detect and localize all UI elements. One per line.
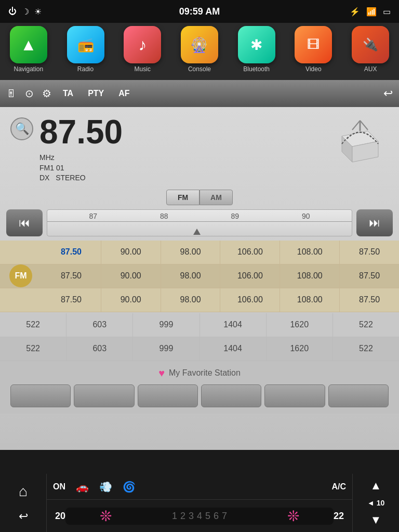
am-preset-2-4[interactable]: 1404 — [200, 337, 267, 361]
am-preset-2-2[interactable]: 603 — [66, 337, 133, 361]
fav-slot-4[interactable] — [201, 384, 261, 407]
fm-preset-1-2[interactable]: 90.00 — [101, 241, 161, 264]
fm-preset-3-2[interactable]: 90.00 — [101, 288, 161, 312]
fav-slot-5[interactable] — [264, 384, 325, 407]
fm-preset-row-2: FM 87.50 90.00 98.00 106.00 108.00 87.50 — [0, 264, 399, 288]
favorites-section: ♥ My Favorite Station — [0, 361, 399, 414]
app-console[interactable]: 🎡 Console — [181, 26, 218, 73]
app-video[interactable]: 🎞 Video — [295, 26, 332, 73]
af-button[interactable]: AF — [115, 88, 132, 99]
am-preset-1-1[interactable]: 522 — [0, 313, 66, 337]
fm-preset-1-3[interactable]: 98.00 — [161, 241, 221, 264]
favorites-title: ♥ My Favorite Station — [10, 367, 389, 379]
frequency-mode: DX STEREO — [39, 173, 123, 183]
fm-preset-2-2[interactable]: 90.00 — [101, 264, 161, 288]
mark-90: 90 — [302, 212, 310, 220]
bottom-row-controls: 20 ❊ 1 2 3 4 5 6 7 ❊ 22 — [47, 500, 352, 532]
tuner-prev-button[interactable]: ⏮ — [6, 209, 43, 236]
passenger-heat-icon[interactable]: 🚗 — [76, 481, 89, 493]
fm-preset-2-6[interactable]: 87.50 — [340, 264, 399, 288]
svg-line-5 — [360, 121, 368, 130]
on-label[interactable]: ON — [53, 482, 65, 491]
next-arrow-icon: ⏭ — [369, 216, 380, 230]
back-button[interactable]: ↩ — [383, 87, 393, 100]
airflow-icon[interactable]: 💨 — [99, 481, 112, 493]
am-preset-2-3[interactable]: 999 — [133, 337, 200, 361]
fm-button[interactable]: FM — [166, 190, 200, 205]
app-bluetooth[interactable]: ✱ Bluetooth — [238, 26, 275, 73]
am-preset-1-2[interactable]: 603 — [66, 313, 133, 337]
back-nav-button[interactable]: ↩ — [19, 510, 28, 523]
rds-icon[interactable]: ⊙ — [25, 87, 34, 100]
am-preset-1-4[interactable]: 1404 — [200, 313, 267, 337]
ac-label[interactable]: A/C — [331, 482, 346, 491]
fav-slot-6[interactable] — [328, 384, 389, 407]
am-preset-2-1[interactable]: 522 — [0, 337, 66, 361]
ta-button[interactable]: TA — [60, 88, 76, 99]
am-preset-1-6[interactable]: 522 — [333, 313, 399, 337]
am-preset-2-6[interactable]: 522 — [333, 337, 399, 361]
search-button[interactable]: 🔍 — [10, 117, 33, 140]
navigation-icon: ▲ — [10, 26, 47, 63]
fm-preset-2-1[interactable]: 87.50 — [42, 264, 101, 288]
top-row-controls: ON 🚗 💨 🌀 A/C — [47, 474, 352, 500]
navigation-label: Navigation — [14, 65, 43, 73]
app-row: ▲ Navigation 📻 Radio ♪ Music 🎡 Console ✱… — [0, 23, 399, 80]
mark-88: 88 — [160, 212, 168, 220]
fm-preset-1-6[interactable]: 87.50 — [340, 241, 399, 264]
fm-preset-row-3: 87.50 90.00 98.00 106.00 108.00 87.50 — [0, 288, 399, 312]
fan-num-2: 2 — [180, 511, 185, 522]
fm-preset-2-3[interactable]: 98.00 — [161, 264, 221, 288]
fm-preset-1-1[interactable]: 87.50 — [42, 241, 101, 264]
fm-presets-table: 87.50 90.00 98.00 106.00 108.00 87.50 FM… — [0, 241, 399, 312]
volume-up-button[interactable]: ▲ — [370, 479, 382, 493]
home-button[interactable]: ⌂ — [19, 483, 28, 500]
wifi-icon: 📶 — [366, 7, 377, 17]
eq-icon[interactable]: 🎚 — [6, 88, 17, 100]
radio-label: Radio — [77, 65, 94, 73]
volume-display: ◄ 10 — [367, 499, 384, 507]
am-button[interactable]: AM — [200, 190, 233, 205]
app-music[interactable]: ♪ Music — [124, 26, 161, 73]
fm-preset-1-4[interactable]: 106.00 — [220, 241, 280, 264]
tuner-slider[interactable]: 87 88 89 90 — [47, 209, 352, 236]
fm-preset-1-5[interactable]: 108.00 — [280, 241, 340, 264]
fav-slot-2[interactable] — [74, 384, 134, 407]
am-preset-1-3[interactable]: 999 — [133, 313, 200, 337]
fan-num-1: 1 — [172, 511, 177, 522]
am-preset-2-5[interactable]: 1620 — [267, 337, 333, 361]
app-navigation[interactable]: ▲ Navigation — [10, 26, 47, 73]
fan-num-5: 5 — [205, 511, 210, 522]
frequency-details: MHz FM1 01 DX STEREO — [39, 153, 123, 183]
aux-icon: 🔌 — [352, 26, 389, 63]
settings-icon[interactable]: ⚙ — [42, 87, 51, 100]
fav-slot-3[interactable] — [138, 384, 198, 407]
tuner-next-button[interactable]: ⏭ — [356, 209, 393, 236]
volume-down-button[interactable]: ▼ — [370, 513, 382, 527]
fm-preset-2-5[interactable]: 108.00 — [280, 264, 340, 288]
mark-89: 89 — [231, 212, 239, 220]
radio-control-bar: 🎚 ⊙ ⚙ TA PTY AF ↩ — [0, 80, 399, 107]
tuner-needle — [193, 229, 201, 235]
fm-preset-3-1[interactable]: 87.50 — [42, 288, 101, 312]
frequency-left: 🔍 87.50 MHz FM1 01 DX STEREO — [10, 115, 123, 183]
favorite-slots — [10, 384, 389, 407]
tuner-line — [47, 221, 352, 222]
fm-preset-3-3[interactable]: 98.00 — [161, 288, 221, 312]
tuner-section: ⏮ 87 88 89 90 ⏭ — [6, 209, 393, 236]
fm-badge: FM — [9, 264, 32, 287]
left-nav-controls: ⌂ ↩ — [0, 474, 47, 532]
fm-preset-2-4[interactable]: 106.00 — [220, 264, 280, 288]
radio-tower-image — [331, 115, 389, 167]
app-radio[interactable]: 📻 Radio — [67, 26, 104, 73]
am-preset-1-5[interactable]: 1620 — [267, 313, 333, 337]
pty-button[interactable]: PTY — [85, 88, 107, 99]
windshield-icon[interactable]: 🌀 — [123, 481, 136, 493]
fm-preset-3-6[interactable]: 87.50 — [340, 288, 399, 312]
prev-arrow-icon: ⏮ — [19, 216, 30, 230]
battery-icon: ▭ — [383, 7, 391, 17]
fav-slot-1[interactable] — [10, 384, 71, 407]
fm-preset-3-5[interactable]: 108.00 — [280, 288, 340, 312]
fm-preset-3-4[interactable]: 106.00 — [220, 288, 280, 312]
app-aux[interactable]: 🔌 AUX — [352, 26, 389, 73]
